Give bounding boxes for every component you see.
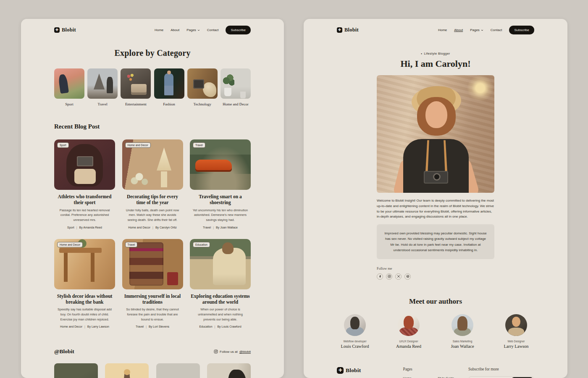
post-badge[interactable]: Travel: [193, 142, 205, 148]
carolyn-portrait-photo: [377, 75, 494, 193]
avatar[interactable]: [452, 314, 473, 336]
footer-logo[interactable]: ✚ Blobit: [337, 367, 401, 374]
logo-icon: ✚: [337, 27, 342, 33]
header-nav: ✚ Blobit Home About Pages Contact Subscr…: [337, 19, 534, 34]
post-author[interactable]: By Louis Crawford: [217, 325, 241, 328]
logo-icon: ✚: [337, 367, 344, 374]
post-image-stylish-decor[interactable]: Home and Decor: [54, 239, 115, 289]
footer-subscribe: Subscribe for more Subscribe Designed by…: [468, 367, 534, 378]
post-title[interactable]: Exploring education systems around the w…: [190, 293, 251, 305]
post-meta: Education | By Louis Crawford: [190, 325, 251, 328]
nav-home[interactable]: Home: [438, 28, 447, 32]
footer-link-home[interactable]: Home: [403, 376, 423, 378]
category-image-travel[interactable]: [87, 68, 118, 99]
post-badge[interactable]: Education: [193, 242, 210, 247]
post-author[interactable]: By Lori Stevens: [149, 325, 169, 328]
post-image-traveling[interactable]: Travel: [190, 139, 251, 190]
instagram-photo-traveler[interactable]: [105, 363, 149, 378]
instagram-icon: [214, 349, 218, 354]
post-title[interactable]: Stylish decor ideas without breaking the…: [54, 293, 115, 305]
author-card-louis[interactable]: Webflow developer Louis Crawford: [337, 314, 373, 349]
category-item-sport[interactable]: Sport: [54, 68, 84, 106]
avatar[interactable]: [344, 314, 366, 336]
category-item-travel[interactable]: Travel: [87, 68, 118, 106]
post-badge[interactable]: Travel: [125, 242, 138, 247]
footer: ✚ Blobit Your Gateway to Dynamic Insight…: [337, 367, 534, 378]
avatar[interactable]: [505, 314, 527, 336]
post-author[interactable]: By Larry Lawson: [87, 325, 109, 328]
category-image-fashion[interactable]: [154, 68, 184, 99]
logo[interactable]: ✚ Blobit: [54, 27, 76, 33]
instagram-handle-link[interactable]: @blobit: [239, 350, 251, 354]
category-image-entertainment[interactable]: [121, 68, 151, 99]
post-badge[interactable]: Home and Decor: [125, 142, 151, 148]
post-card: Travel Traveling smart on a shoestring Y…: [190, 139, 251, 229]
post-author[interactable]: By Carolyn Ortiz: [155, 226, 177, 229]
nav-about[interactable]: About: [454, 28, 463, 32]
quote-box: Improved own provided blessing may pecul…: [377, 224, 494, 259]
subscribe-button[interactable]: Subscribe: [509, 26, 534, 34]
footer-links-col2: Style Guide Instructions Licenses Change…: [438, 376, 466, 378]
post-image-local-traditions[interactable]: Travel: [122, 239, 183, 289]
avatar[interactable]: [398, 314, 420, 336]
subscribe-form: Subscribe: [468, 376, 534, 378]
category-image-sport[interactable]: [54, 68, 84, 99]
author-card-joan[interactable]: Sales Marketing Joan Wallace: [444, 314, 480, 349]
nav-home[interactable]: Home: [155, 28, 163, 32]
post-badge[interactable]: Home and Decor: [57, 242, 83, 247]
logo[interactable]: ✚ Blobit: [337, 27, 359, 33]
dribbble-icon[interactable]: [404, 273, 411, 280]
post-author[interactable]: By Amanda Reed: [79, 226, 102, 229]
logo-text: Blobit: [62, 27, 76, 33]
post-badge[interactable]: Sport: [57, 142, 69, 148]
category-item-entertainment[interactable]: Entertainment: [121, 68, 151, 106]
instagram-photo-vintage-car[interactable]: [156, 363, 200, 378]
instagram-icon[interactable]: [386, 273, 392, 280]
post-image-decorating[interactable]: Home and Decor: [122, 139, 183, 190]
category-item-technology[interactable]: Technology: [187, 68, 218, 106]
post-image-education[interactable]: Education: [190, 239, 251, 289]
category-image-home-decor[interactable]: [220, 68, 251, 99]
post-category[interactable]: Education: [199, 325, 212, 328]
nav-about[interactable]: About: [171, 28, 179, 32]
follow-me-label: Follow me: [377, 266, 494, 270]
author-card-amanda[interactable]: UI/UX Designer Amanda Reed: [391, 314, 427, 349]
instagram-photo-selfie[interactable]: [207, 363, 251, 378]
instagram-photo-market[interactable]: [54, 363, 98, 378]
post-card: Travel Immersing yourself in local tradi…: [122, 239, 183, 328]
category-item-fashion[interactable]: Fashion: [154, 68, 184, 106]
post-title[interactable]: Immersing yourself in local traditions: [122, 293, 183, 305]
category-image-technology[interactable]: [187, 68, 218, 99]
nav-pages[interactable]: Pages: [186, 28, 200, 32]
nav-links: Home About Pages Contact Subscribe: [155, 26, 251, 34]
footer-link-styleguide[interactable]: Style Guide: [438, 376, 466, 378]
post-title[interactable]: Athletes who transformed their sport: [54, 194, 115, 206]
facebook-icon[interactable]: [377, 273, 383, 280]
post-title[interactable]: Decorating tips for every time of the ye…: [122, 194, 183, 206]
nav-contact[interactable]: Contact: [491, 28, 502, 32]
post-category[interactable]: Home and Decor: [128, 226, 150, 229]
category-item-home-decor[interactable]: Home and Decor: [220, 68, 251, 106]
header-nav: ✚ Blobit Home About Pages Contact Subscr…: [54, 19, 251, 34]
post-meta: Home and Decor | By Carolyn Ortiz: [122, 226, 183, 229]
post-title[interactable]: Traveling smart on a shoestring: [190, 194, 251, 206]
instagram-gallery: [54, 363, 251, 378]
post-image-athletes[interactable]: Sport: [54, 139, 115, 190]
x-icon[interactable]: [395, 273, 402, 280]
post-category[interactable]: Home and Decor: [60, 325, 82, 328]
category-section-title: Explore by Category: [54, 48, 251, 58]
follow-social-row: [377, 273, 494, 280]
nav-pages[interactable]: Pages: [470, 28, 483, 32]
post-category[interactable]: Sport: [67, 226, 74, 229]
post-category[interactable]: Travel: [203, 226, 211, 229]
subscribe-button[interactable]: Subscribe: [226, 26, 251, 34]
nav-contact[interactable]: Contact: [207, 28, 219, 32]
author-card-larry[interactable]: Web Designer Larry Lawson: [498, 314, 534, 349]
hero-tag: • Lifestyle Blogger: [337, 52, 534, 55]
post-card: Home and Decor Stylish decor ideas witho…: [54, 239, 115, 328]
bullet-icon: •: [421, 52, 422, 55]
blog-section-title: Recent Blog Post: [54, 123, 251, 130]
post-category[interactable]: Travel: [136, 325, 144, 328]
authors-section-title: Meet our authors: [337, 297, 534, 306]
post-author[interactable]: By Joan Wallace: [216, 226, 238, 229]
